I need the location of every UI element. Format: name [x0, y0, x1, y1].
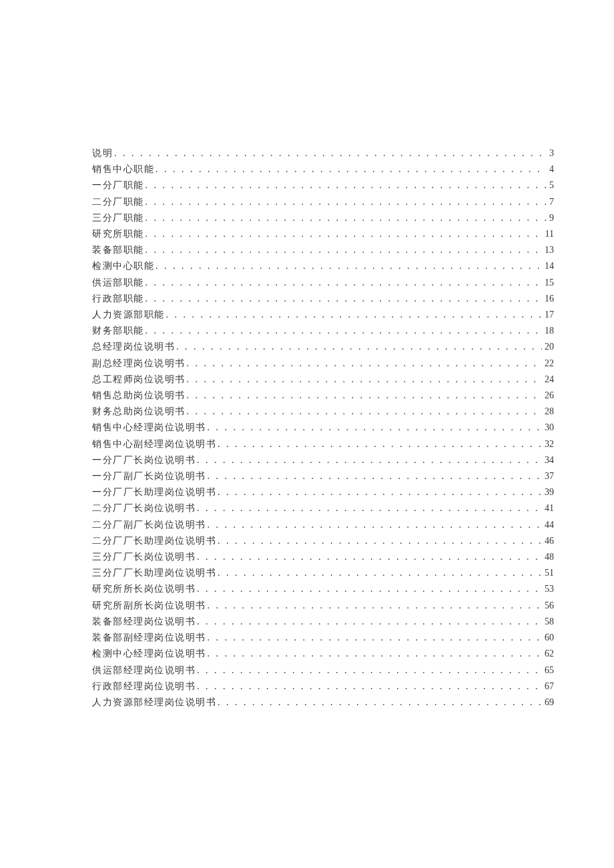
- toc-leader-dots: [187, 388, 543, 404]
- toc-entry-page: 67: [543, 679, 554, 695]
- toc-entry-title: 二分厂厂长岗位说明书: [92, 500, 196, 516]
- toc-entry-page: 62: [543, 646, 554, 662]
- toc-entry-page: 46: [543, 533, 554, 549]
- toc-entry-title: 财务总助岗位说明书: [92, 404, 186, 420]
- toc-entry-page: 18: [543, 323, 554, 339]
- toc-entry-page: 14: [543, 258, 554, 274]
- table-of-contents: 说明3销售中心职能4一分厂职能5二分厂职能7三分厂职能9研究所职能11装备部职能…: [92, 145, 554, 711]
- toc-leader-dots: [218, 484, 542, 500]
- toc-entry: 销售中心职能4: [92, 161, 554, 177]
- toc-leader-dots: [208, 630, 543, 646]
- toc-leader-dots: [208, 646, 543, 662]
- toc-entry-page: 37: [543, 468, 554, 484]
- toc-entry-page: 7: [548, 194, 554, 210]
- toc-entry-title: 副总经理岗位说明书: [92, 356, 186, 372]
- toc-entry: 财务部职能18: [92, 323, 554, 339]
- toc-entry-title: 供运部经理岗位说明书: [92, 663, 196, 679]
- toc-leader-dots: [156, 258, 542, 274]
- toc-entry-title: 三分厂职能: [92, 210, 144, 226]
- toc-leader-dots: [197, 549, 542, 565]
- toc-entry: 人力资源部经理岗位说明书69: [92, 695, 554, 711]
- toc-entry: 装备部职能13: [92, 242, 554, 258]
- toc-entry: 副总经理岗位说明书22: [92, 356, 554, 372]
- toc-leader-dots: [218, 565, 542, 581]
- toc-entry-title: 人力资源部职能: [92, 307, 165, 323]
- toc-entry-title: 供运部职能: [92, 275, 144, 291]
- toc-entry-page: 9: [548, 210, 554, 226]
- toc-entry-title: 二分厂厂长助理岗位说明书: [92, 533, 216, 549]
- toc-leader-dots: [208, 517, 543, 533]
- toc-entry-page: 51: [543, 565, 554, 581]
- toc-leader-dots: [176, 339, 542, 355]
- toc-entry-page: 28: [543, 404, 554, 420]
- toc-entry: 一分厂厂长岗位说明书34: [92, 452, 554, 468]
- toc-entry-page: 48: [543, 549, 554, 565]
- toc-leader-dots: [145, 275, 543, 291]
- toc-entry-title: 研究所副所长岗位说明书: [92, 598, 206, 614]
- toc-entry: 二分厂副厂长岗位说明书44: [92, 517, 554, 533]
- toc-entry-title: 说明: [92, 145, 113, 161]
- toc-leader-dots: [114, 145, 547, 161]
- toc-entry: 供运部经理岗位说明书65: [92, 663, 554, 679]
- toc-entry: 三分厂职能9: [92, 210, 554, 226]
- toc-entry: 二分厂厂长助理岗位说明书46: [92, 533, 554, 549]
- toc-leader-dots: [187, 372, 543, 388]
- toc-entry-title: 销售中心职能: [92, 161, 154, 177]
- toc-leader-dots: [218, 533, 542, 549]
- toc-leader-dots: [166, 307, 543, 323]
- toc-leader-dots: [187, 404, 543, 420]
- toc-leader-dots: [145, 291, 543, 307]
- toc-entry-page: 22: [543, 356, 554, 372]
- toc-entry: 二分厂厂长岗位说明书41: [92, 500, 554, 516]
- toc-entry-page: 32: [543, 436, 554, 452]
- toc-entry-title: 销售中心经理岗位说明书: [92, 420, 206, 436]
- toc-entry: 行政部经理岗位说明书67: [92, 679, 554, 695]
- toc-leader-dots: [208, 598, 543, 614]
- toc-entry: 销售总助岗位说明书26: [92, 388, 554, 404]
- toc-entry: 装备部副经理岗位说明书60: [92, 630, 554, 646]
- toc-leader-dots: [197, 663, 542, 679]
- toc-entry-title: 行政部职能: [92, 291, 144, 307]
- toc-entry-page: 17: [543, 307, 554, 323]
- toc-leader-dots: [197, 614, 542, 630]
- toc-leader-dots: [208, 468, 543, 484]
- toc-entry-title: 装备部副经理岗位说明书: [92, 630, 206, 646]
- toc-entry-page: 20: [543, 339, 554, 355]
- toc-leader-dots: [145, 323, 543, 339]
- toc-entry-page: 65: [543, 663, 554, 679]
- toc-entry: 一分厂副厂长岗位说明书37: [92, 468, 554, 484]
- toc-entry: 行政部职能16: [92, 291, 554, 307]
- toc-entry-page: 44: [543, 517, 554, 533]
- toc-entry: 二分厂职能7: [92, 194, 554, 210]
- toc-leader-dots: [197, 500, 542, 516]
- toc-entry-title: 一分厂副厂长岗位说明书: [92, 468, 206, 484]
- toc-entry-page: 60: [543, 630, 554, 646]
- toc-entry-page: 26: [543, 388, 554, 404]
- toc-entry: 一分厂厂长助理岗位说明书39: [92, 484, 554, 500]
- toc-entry: 研究所所长岗位说明书53: [92, 581, 554, 597]
- toc-leader-dots: [187, 356, 543, 372]
- toc-entry-title: 一分厂职能: [92, 177, 144, 193]
- toc-leader-dots: [145, 194, 547, 210]
- toc-leader-dots: [145, 177, 547, 193]
- toc-entry: 销售中心经理岗位说明书30: [92, 420, 554, 436]
- toc-entry-title: 三分厂厂长岗位说明书: [92, 549, 196, 565]
- toc-entry: 说明3: [92, 145, 554, 161]
- toc-entry-title: 销售中心副经理岗位说明书: [92, 436, 216, 452]
- toc-entry-title: 检测中心职能: [92, 258, 154, 274]
- toc-entry: 检测中心经理岗位说明书62: [92, 646, 554, 662]
- toc-leader-dots: [208, 420, 543, 436]
- toc-entry-page: 3: [548, 145, 554, 161]
- toc-entry-title: 研究所所长岗位说明书: [92, 581, 196, 597]
- toc-entry: 研究所职能11: [92, 226, 554, 242]
- toc-entry-title: 二分厂职能: [92, 194, 144, 210]
- toc-entry: 总工程师岗位说明书24: [92, 372, 554, 388]
- toc-leader-dots: [156, 161, 547, 177]
- toc-leader-dots: [145, 226, 543, 242]
- toc-leader-dots: [197, 679, 542, 695]
- toc-leader-dots: [218, 695, 542, 711]
- toc-leader-dots: [218, 436, 542, 452]
- toc-entry: 总经理岗位说明书20: [92, 339, 554, 355]
- toc-entry-title: 总经理岗位说明书: [92, 339, 175, 355]
- document-page: 说明3销售中心职能4一分厂职能5二分厂职能7三分厂职能9研究所职能11装备部职能…: [0, 0, 614, 868]
